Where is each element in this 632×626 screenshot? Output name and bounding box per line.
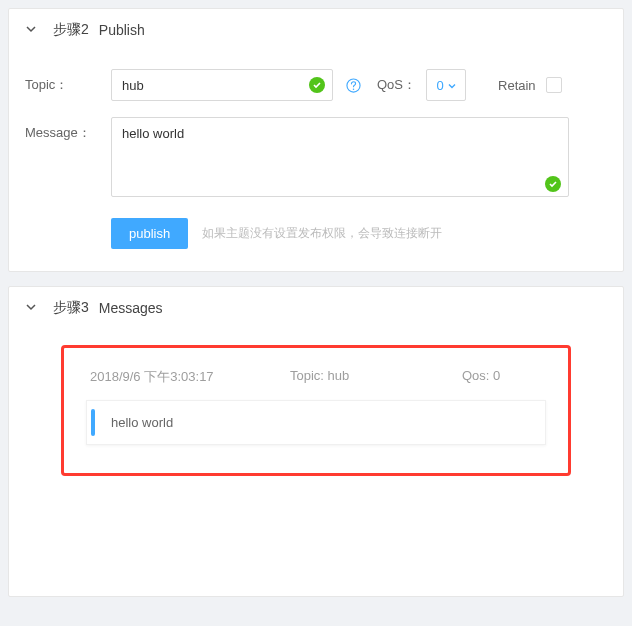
qos-label: QoS：: [377, 76, 416, 94]
check-circle-icon: [309, 77, 325, 93]
message-qos: Qos: 0: [462, 368, 542, 386]
help-icon[interactable]: [345, 77, 361, 93]
message-topic: Topic: hub: [290, 368, 462, 386]
step3-card: 步骤3 Messages 2018/9/6 下午3:03:17 Topic: h…: [8, 286, 624, 597]
retain-checkbox[interactable]: [546, 77, 562, 93]
chevron-down-icon: [448, 78, 456, 93]
step2-header[interactable]: 步骤2 Publish: [9, 9, 623, 51]
step3-label: 步骤3: [53, 299, 89, 317]
step3-title: Messages: [99, 300, 163, 316]
step2-label: 步骤2: [53, 21, 89, 39]
step3-header[interactable]: 步骤3 Messages: [9, 287, 623, 329]
step2-title: Publish: [99, 22, 145, 38]
message-timestamp: 2018/9/6 下午3:03:17: [90, 368, 290, 386]
retain-label: Retain: [498, 78, 536, 93]
message-textarea[interactable]: [111, 117, 569, 197]
message-body: hello world: [95, 401, 189, 444]
publish-button[interactable]: publish: [111, 218, 188, 249]
chevron-down-icon: [25, 301, 39, 315]
qos-value: 0: [436, 78, 443, 93]
publish-hint: 如果主题没有设置发布权限，会导致连接断开: [202, 225, 442, 242]
qos-select[interactable]: 0: [426, 69, 466, 101]
message-meta: 2018/9/6 下午3:03:17 Topic: hub Qos: 0: [86, 362, 546, 400]
chevron-down-icon: [25, 23, 39, 37]
step2-card: 步骤2 Publish Topic： QoS：: [8, 8, 624, 272]
highlight-annotation: 2018/9/6 下午3:03:17 Topic: hub Qos: 0 hel…: [61, 345, 571, 476]
topic-input[interactable]: [111, 69, 333, 101]
topic-label: Topic：: [25, 69, 111, 94]
svg-point-1: [352, 88, 354, 90]
message-item: hello world: [86, 400, 546, 445]
message-label: Message：: [25, 117, 111, 142]
check-circle-icon: [545, 176, 561, 192]
